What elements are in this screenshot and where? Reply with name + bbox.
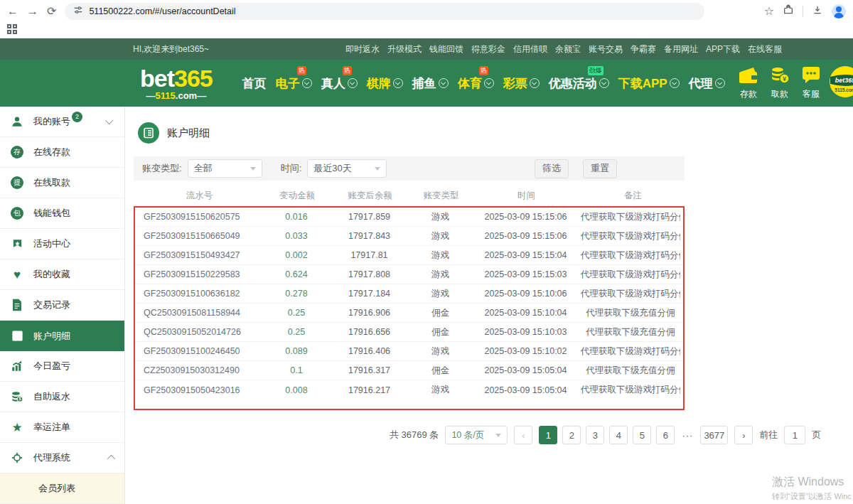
sidebar-item-钱能钱包[interactable]: 包钱能钱包: [0, 198, 124, 229]
sidebar-item-代理系统[interactable]: 代理系统: [0, 443, 124, 473]
cell: 0.25: [264, 327, 328, 337]
cell: 代理获取下级充值分佣: [581, 307, 680, 319]
cell: 2025-03-09 15:15:04: [471, 250, 581, 260]
nav-item-体育[interactable]: 热体育: [458, 75, 494, 92]
topbar-link-8[interactable]: 争霸赛: [631, 43, 656, 55]
sidebar-item-在线取款[interactable]: 提在线取款: [0, 168, 124, 198]
nav-item-代理[interactable]: 代理: [689, 75, 725, 92]
chevron-down-icon: [530, 78, 540, 88]
url-text: 511500222.com/#/user/accountDetail: [89, 6, 235, 16]
back-icon[interactable]: ←: [7, 6, 18, 17]
records-icon: [10, 299, 24, 311]
table-body: GF250309151506205750.01617917.859游戏2025-…: [134, 206, 685, 410]
nav-item-电子[interactable]: 热电子: [276, 75, 312, 92]
cell: 0.089: [264, 346, 328, 356]
page-size-select[interactable]: 10 条/页: [445, 426, 508, 444]
nav-item-首页[interactable]: 首页: [242, 75, 267, 92]
cell: 0.002: [264, 250, 328, 260]
nav-item-棋牌[interactable]: 棋牌: [367, 75, 403, 92]
goto-page-input[interactable]: 1: [784, 426, 805, 444]
topbar-link-7[interactable]: 账号交易: [589, 43, 623, 55]
table-row: GF250309151506205750.01617917.859游戏2025-…: [135, 208, 683, 227]
quick-取款[interactable]: ¥取款: [768, 66, 792, 100]
page-button-2[interactable]: 2: [562, 426, 581, 444]
page-button-4[interactable]: 4: [609, 426, 628, 444]
extensions-icon[interactable]: [783, 4, 794, 18]
table-row: GF250309151506650490.03317917.843游戏2025-…: [135, 227, 683, 246]
topbar-link-2[interactable]: 升级模式: [387, 43, 422, 55]
reset-button[interactable]: 重置: [583, 159, 617, 178]
topbar-link-11[interactable]: 在线客服: [748, 43, 782, 55]
nav-item-彩票[interactable]: 彩票: [503, 75, 540, 92]
ball-logo: bet365 5115.com: [829, 65, 853, 101]
table-row: GF250309151002464500.08917916.406游戏2025-…: [135, 342, 683, 361]
topbar-link-6[interactable]: 余额宝: [555, 43, 581, 55]
page-button-3[interactable]: 3: [586, 426, 604, 444]
table-row: GF250309151006361820.27817917.184游戏2025-…: [135, 284, 683, 304]
sidebar-item-账户明细[interactable]: 账户明细: [0, 321, 124, 351]
sidebar-item-自助返水[interactable]: $自助返水: [0, 382, 124, 412]
svg-text:¥: ¥: [783, 75, 786, 82]
chevron-down-icon: [484, 78, 494, 88]
welcome-text: HI,欢迎来到bet365~: [133, 43, 209, 55]
apps-grid-icon[interactable]: [7, 24, 17, 37]
filter-bar: 账变类型: 全部 时间: 最近30天 筛选 重置: [134, 156, 685, 181]
main-nav: 首页热电子热真人棋牌捕鱼热体育彩票劲爆优惠活动下载APP代理: [242, 75, 725, 92]
cell: 0.008: [264, 385, 328, 395]
page-button-6[interactable]: 6: [656, 426, 675, 444]
download-icon[interactable]: [812, 4, 823, 18]
cell: 17917.859: [328, 212, 410, 222]
sidebar-item-label: 会员列表: [38, 482, 75, 495]
page-button-5[interactable]: 5: [633, 426, 651, 444]
quick-存款[interactable]: 存款: [736, 66, 761, 100]
address-bar[interactable]: 511500222.com/#/user/accountDetail: [65, 3, 704, 20]
topbar-link-3[interactable]: 钱能回馈: [429, 43, 463, 55]
bookmark-star-icon[interactable]: ☆: [764, 6, 774, 17]
page-button-1[interactable]: 1: [539, 426, 557, 444]
topbar-link-9[interactable]: 备用网址: [664, 43, 698, 55]
table-row: QC250309150520147260.2517916.656佣金2025-0…: [135, 323, 683, 342]
browser-chrome: ← → ⟳ 511500222.com/#/user/accountDetail…: [0, 0, 853, 23]
topbar-link-4[interactable]: 得意彩金: [471, 43, 505, 55]
nav-item-真人[interactable]: 热真人: [321, 75, 358, 92]
nav-item-优惠活动[interactable]: 劲爆优惠活动: [549, 75, 609, 92]
forward-icon[interactable]: →: [27, 6, 38, 17]
change-type-select[interactable]: 全部: [188, 159, 262, 178]
topbar-link-5[interactable]: 信用借呗: [513, 43, 547, 55]
watermark-line1: 激活 Windows: [772, 475, 852, 490]
nav-label: 代理: [689, 75, 713, 92]
deposit-icon: 存: [10, 146, 24, 159]
refresh-icon[interactable]: ⟳: [47, 6, 56, 17]
quick-label: 存款: [740, 88, 757, 100]
nav-item-下载APP[interactable]: 下载APP: [618, 75, 680, 92]
page-ellipsis[interactable]: ···: [680, 430, 695, 441]
sidebar-item-会员列表[interactable]: 会员列表: [0, 473, 124, 504]
goto-label: 前往: [759, 429, 778, 441]
sidebar-item-label: 代理系统: [33, 451, 70, 464]
sidebar-item-交易记录[interactable]: 交易记录: [0, 290, 124, 321]
agent-icon: [10, 451, 24, 464]
sidebar-item-我的收藏[interactable]: ♥我的收藏: [0, 259, 124, 290]
time-select[interactable]: 最近30天: [307, 159, 387, 178]
sidebar-item-今日盈亏[interactable]: 今日盈亏: [0, 351, 124, 382]
bookmarks-bar: [0, 23, 853, 38]
heart-icon: ♥: [10, 269, 24, 281]
topbar-link-1[interactable]: 即时返水: [345, 43, 380, 55]
cell: 0.25: [264, 308, 328, 318]
nav-item-捕鱼[interactable]: 捕鱼: [412, 75, 449, 92]
site-settings-icon[interactable]: [73, 5, 83, 18]
sidebar-item-活动中心[interactable]: 活动中心: [0, 229, 124, 259]
prev-page-button[interactable]: ‹: [514, 426, 532, 444]
next-page-button[interactable]: ›: [734, 426, 753, 444]
sidebar-item-幸运注单[interactable]: ★幸运注单: [0, 412, 124, 443]
quick-客服[interactable]: 客服: [799, 66, 823, 100]
page-button-3677[interactable]: 3677: [700, 426, 728, 444]
user-icon: [10, 115, 24, 128]
profile-avatar[interactable]: [832, 4, 846, 18]
sidebar-item-在线存款[interactable]: 存在线存款: [0, 137, 124, 168]
filter-button[interactable]: 筛选: [535, 159, 569, 178]
site-header: bet365 —5115.com— 首页热电子热真人棋牌捕鱼热体育彩票劲爆优惠活…: [0, 60, 853, 107]
site-logo[interactable]: bet365 —5115.com—: [140, 66, 213, 100]
sidebar-item-我的账号[interactable]: 我的账号2: [0, 107, 124, 137]
topbar-link-10[interactable]: APP下载: [706, 43, 740, 55]
